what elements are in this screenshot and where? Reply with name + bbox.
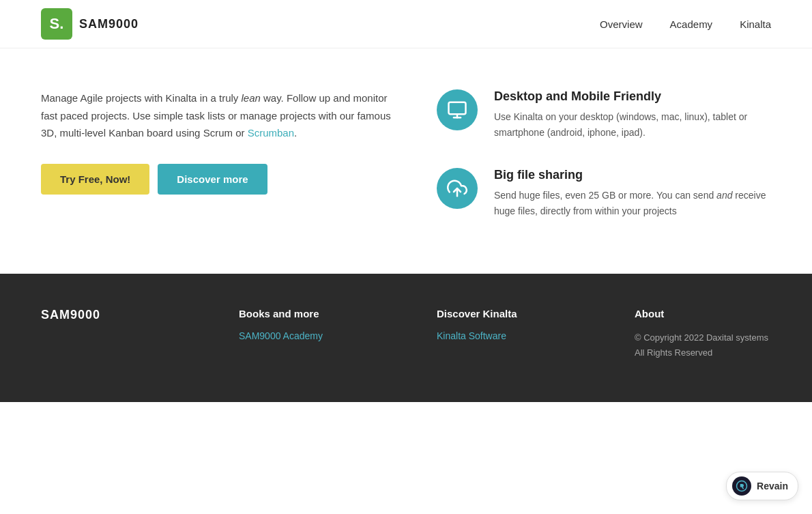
- lean-italic: lean: [242, 92, 261, 104]
- footer-copyright: © Copyright 2022 Daxital systems: [635, 330, 771, 345]
- nav-links: Overview Academy Kinalta: [600, 18, 771, 30]
- nav-link-overview[interactable]: Overview: [600, 18, 643, 30]
- feature-desktop-content: Desktop and Mobile Friendly Use Kinalta …: [494, 89, 771, 141]
- feature-file-sharing: Big file sharing Send huge files, even 2…: [437, 168, 771, 219]
- try-free-button[interactable]: Try Free, Now!: [41, 164, 149, 195]
- footer-about-title: About: [635, 308, 771, 319]
- footer-brand-col: SAM9000: [41, 308, 177, 360]
- feature-filesharing-title: Big file sharing: [494, 168, 771, 182]
- right-column: Desktop and Mobile Friendly Use Kinalta …: [437, 76, 771, 219]
- footer-books-title: Books and more: [239, 308, 375, 319]
- footer-col-about: About © Copyright 2022 Daxital systems A…: [635, 308, 771, 360]
- footer-link-academy[interactable]: SAM9000 Academy: [239, 330, 375, 341]
- nav-link-kinalta[interactable]: Kinalta: [740, 18, 771, 30]
- svg-rect-0: [449, 102, 466, 115]
- feature-desktop-desc: Use Kinalta on your desktop (windows, ma…: [494, 109, 771, 141]
- scrumban-link[interactable]: Scrumban: [248, 127, 294, 139]
- footer: SAM9000 Books and more SAM9000 Academy D…: [0, 274, 812, 401]
- desktop-icon: [437, 89, 478, 130]
- left-column: Manage Agile projects with Kinalta in a …: [41, 76, 396, 219]
- footer-col-discover: Discover Kinalta Kinalta Software: [437, 308, 573, 360]
- brand-name: SAM9000: [79, 17, 139, 31]
- logo-icon: S.: [41, 8, 72, 40]
- footer-inner: SAM9000 Books and more SAM9000 Academy D…: [41, 308, 771, 360]
- button-group: Try Free, Now! Discover more: [41, 164, 396, 195]
- footer-col-books: Books and more SAM9000 Academy: [239, 308, 375, 360]
- footer-link-kinalta-software[interactable]: Kinalta Software: [437, 330, 573, 341]
- hero-text: Manage Agile projects with Kinalta in a …: [41, 89, 396, 142]
- navbar: S. SAM9000 Overview Academy Kinalta: [0, 0, 812, 48]
- and-italic: and: [716, 190, 732, 201]
- discover-more-button[interactable]: Discover more: [158, 164, 267, 195]
- footer-rights: All Rights Reserved: [635, 345, 771, 360]
- feature-desktop-mobile: Desktop and Mobile Friendly Use Kinalta …: [437, 89, 771, 141]
- upload-icon: [437, 168, 478, 209]
- feature-filesharing-desc: Send huge files, even 25 GB or more. You…: [494, 188, 771, 219]
- footer-brand-name: SAM9000: [41, 308, 177, 322]
- feature-desktop-title: Desktop and Mobile Friendly: [494, 89, 771, 104]
- footer-discover-title: Discover Kinalta: [437, 308, 573, 319]
- nav-link-academy[interactable]: Academy: [670, 18, 713, 30]
- feature-filesharing-content: Big file sharing Send huge files, even 2…: [494, 168, 771, 219]
- main-content: Manage Agile projects with Kinalta in a …: [0, 48, 812, 274]
- logo-area: S. SAM9000: [41, 8, 139, 40]
